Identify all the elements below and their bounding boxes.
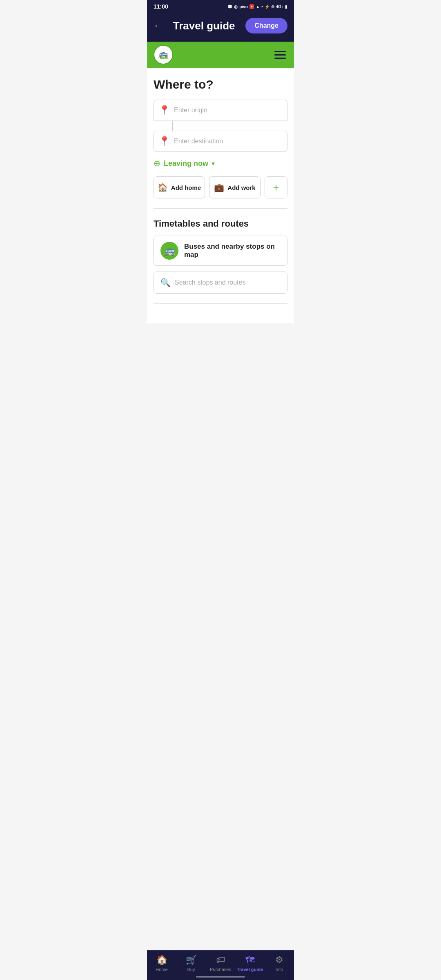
buses-card-label: Buses and nearby stops on map [184, 243, 281, 259]
header: ← Travel guide Change [147, 13, 294, 42]
status-time: 11:00 [154, 3, 168, 10]
home-icon: 🏠 [158, 183, 168, 192]
whatsapp-icon: 💬 [227, 4, 232, 9]
green-topbar: 🚌 LINKKI [147, 42, 294, 68]
bus-map-icon: 🚌 [160, 242, 178, 260]
dot-icon: • [261, 4, 263, 9]
search-stops-placeholder: Search stops and routes [175, 279, 245, 286]
add-work-button[interactable]: 💼 Add work [209, 176, 261, 198]
origin-pin-icon: 📍 [159, 106, 170, 115]
carrier-label: pivo [239, 4, 248, 9]
status-icons: 💬 ◎ pivo ● ▲ • ⚡ ⊕ 4G↑ ▮ [227, 4, 287, 9]
origin-input-row[interactable]: 📍 Enter origin [154, 100, 287, 121]
main-content: Where to? 📍 Enter origin 📍 Enter destina… [147, 68, 294, 323]
add-home-label: Add home [171, 184, 201, 191]
destination-pin-icon: 📍 [159, 137, 170, 146]
wifi-icon: ◎ [234, 4, 238, 9]
where-to-heading: Where to? [154, 78, 287, 91]
input-connector [172, 121, 173, 131]
origin-placeholder: Enter origin [174, 107, 207, 114]
network-icon: 4G↑ [276, 4, 283, 9]
location-icon: ⊕ [271, 4, 274, 9]
section-divider-1 [154, 208, 287, 209]
page-title: Travel guide [173, 20, 235, 32]
screen-record-icon: ● [249, 4, 254, 9]
change-button[interactable]: Change [245, 18, 287, 33]
hamburger-line-2 [274, 54, 286, 56]
destination-input-row[interactable]: 📍 Enter destination [154, 131, 287, 152]
battery-icon: ▮ [285, 4, 287, 9]
status-bar: 11:00 💬 ◎ pivo ● ▲ • ⚡ ⊕ 4G↑ ▮ [147, 0, 294, 13]
signal-icon: ▲ [256, 4, 260, 9]
clock-icon: ⊕ [154, 158, 160, 168]
briefcase-icon: 💼 [214, 183, 224, 192]
search-icon: 🔍 [160, 278, 171, 287]
search-stops-input[interactable]: 🔍 Search stops and routes [154, 272, 287, 294]
back-button[interactable]: ← [154, 20, 163, 31]
chevron-down-icon: ▾ [212, 160, 215, 167]
route-inputs: 📍 Enter origin 📍 Enter destination [154, 100, 287, 152]
destination-placeholder: Enter destination [174, 138, 223, 145]
add-more-button[interactable]: + [265, 176, 287, 198]
add-work-label: Add work [227, 184, 255, 191]
buses-nearby-card[interactable]: 🚌 Buses and nearby stops on map [154, 236, 287, 266]
hamburger-line-1 [274, 51, 286, 52]
logo-text: LINKKI [158, 57, 168, 60]
quick-actions-row: 🏠 Add home 💼 Add work + [154, 176, 287, 198]
hamburger-line-3 [274, 58, 286, 59]
section-divider-2 [154, 303, 287, 304]
bluetooth-icon: ⚡ [265, 4, 270, 9]
timetables-heading: Timetables and routes [154, 218, 287, 229]
linkki-logo: 🚌 LINKKI [154, 45, 173, 65]
leaving-now-selector[interactable]: ⊕ Leaving now ▾ [154, 158, 287, 168]
leaving-now-label: Leaving now [164, 159, 208, 168]
hamburger-menu[interactable] [273, 49, 287, 60]
add-home-button[interactable]: 🏠 Add home [154, 176, 205, 198]
